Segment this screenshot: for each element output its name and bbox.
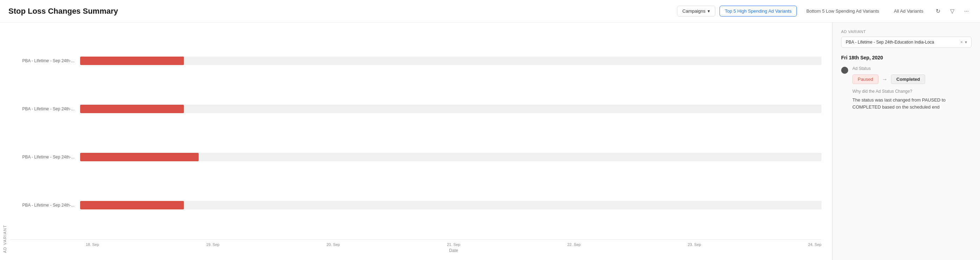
chevron-down-icon: ▾	[965, 40, 967, 44]
status-transition: Paused → Completed	[853, 75, 972, 84]
table-row: PBA - Lifetime - Sep 24th-...	[10, 54, 821, 68]
x-label: 20. Sep	[326, 243, 340, 247]
chart-inner: PBA - Lifetime - Sep 24th-... PBA - Life…	[10, 30, 821, 253]
x-label: 24. Sep	[808, 243, 821, 247]
right-panel: Ad Variant PBA - Lifetime - Sep 24th-Edu…	[832, 22, 980, 260]
page-header: Stop Loss Changes Summary Campaigns ▾ To…	[0, 0, 980, 22]
row-bar-container	[80, 153, 821, 161]
date-header: Fri 18th Sep, 2020	[841, 55, 972, 60]
row-label: PBA - Lifetime - Sep 24th-...	[10, 58, 80, 63]
close-icon[interactable]: ×	[960, 40, 963, 44]
timeline-content: Ad Status Paused → Completed Why did the…	[853, 66, 972, 110]
tab-all-variants[interactable]: All Ad Variants	[889, 6, 929, 16]
arrow-right-icon: →	[882, 76, 888, 82]
x-label: 23. Sep	[688, 243, 701, 247]
x-axis: 18. Sep 19. Sep 20. Sep 21. Sep 22. Sep …	[10, 239, 821, 247]
filter-label: Ad Variant	[841, 30, 972, 34]
tab-bottom5-low-label: Bottom 5 Low Spending Ad Variants	[807, 8, 879, 14]
row-label: PBA - Lifetime - Sep 24th-...	[10, 203, 80, 208]
campaigns-dropdown[interactable]: Campaigns ▾	[677, 6, 715, 16]
row-bar	[80, 201, 184, 209]
table-row: PBA - Lifetime - Sep 24th-...	[10, 102, 821, 116]
x-label: 21. Sep	[447, 243, 460, 247]
row-bar	[80, 105, 184, 113]
campaigns-label: Campaigns	[682, 8, 705, 14]
timeline-dot	[841, 67, 848, 74]
row-label: PBA - Lifetime - Sep 24th-...	[10, 106, 80, 111]
header-controls: Campaigns ▾ Top 5 High Spending Ad Varia…	[677, 6, 972, 16]
page-title: Stop Loss Changes Summary	[8, 7, 118, 16]
x-axis-title: Date	[10, 248, 821, 253]
row-bar	[80, 153, 199, 161]
reason-label: Why did the Ad Status Change?	[853, 89, 972, 94]
refresh-button[interactable]: ↻	[933, 6, 943, 16]
chart-rows: PBA - Lifetime - Sep 24th-... PBA - Life…	[10, 30, 821, 236]
x-axis-labels: 18. Sep 19. Sep 20. Sep 21. Sep 22. Sep …	[86, 243, 821, 247]
status-badge-completed: Completed	[891, 75, 925, 84]
row-bar-container	[80, 201, 821, 209]
tab-bottom5-low[interactable]: Bottom 5 Low Spending Ad Variants	[801, 6, 885, 16]
row-label: PBA - Lifetime - Sep 24th-...	[10, 155, 80, 160]
timeline-item: Ad Status Paused → Completed Why did the…	[841, 66, 972, 110]
table-row: PBA - Lifetime - Sep 24th-...	[10, 198, 821, 212]
variant-select-dropdown[interactable]: PBA - Lifetime - Sep 24th-Education Indi…	[841, 36, 972, 48]
row-bar-container	[80, 105, 821, 113]
main-content: AD VARIANT PBA - Lifetime - Sep 24th-...…	[0, 22, 980, 260]
chevron-down-icon: ▾	[708, 8, 710, 14]
chart-area: AD VARIANT PBA - Lifetime - Sep 24th-...…	[0, 22, 832, 260]
more-icon: ···	[964, 8, 969, 14]
row-bar	[80, 57, 184, 65]
tab-top5-high[interactable]: Top 5 High Spending Ad Variants	[719, 6, 797, 16]
tab-top5-high-label: Top 5 High Spending Ad Variants	[725, 8, 792, 14]
filter-icon: ▽	[950, 8, 955, 14]
variant-select-value: PBA - Lifetime - Sep 24th-Education Indi…	[846, 40, 958, 44]
x-label: 18. Sep	[86, 243, 99, 247]
ad-status-title: Ad Status	[853, 66, 972, 71]
x-label: 22. Sep	[567, 243, 581, 247]
filter-button[interactable]: ▽	[947, 6, 957, 16]
tab-all-variants-label: All Ad Variants	[894, 8, 923, 14]
x-label: 19. Sep	[206, 243, 220, 247]
y-axis-label: AD VARIANT	[0, 30, 10, 253]
reason-text: The status was last changed from PAUSED …	[853, 97, 972, 110]
more-options-button[interactable]: ···	[961, 6, 972, 16]
table-row: PBA - Lifetime - Sep 24th-...	[10, 150, 821, 164]
row-bar-container	[80, 57, 821, 65]
refresh-icon: ↻	[936, 8, 940, 14]
variant-select-icons: × ▾	[960, 40, 967, 44]
status-badge-paused: Paused	[853, 75, 878, 84]
chart-container: AD VARIANT PBA - Lifetime - Sep 24th-...…	[0, 30, 821, 253]
